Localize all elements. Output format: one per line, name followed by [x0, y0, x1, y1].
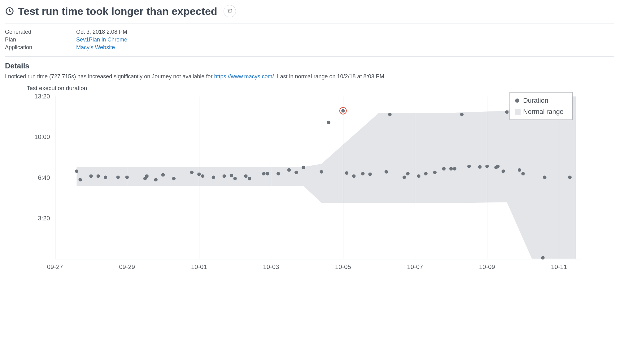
divider [5, 56, 614, 57]
data-point [518, 168, 521, 171]
legend-range-icon [515, 109, 521, 115]
data-point [233, 177, 237, 180]
meta-block: Generated Oct 3, 2018 2:08 PM Plan Sev1P… [5, 29, 614, 56]
chart-container: Test execution duration 13:2010:006:403:… [5, 85, 614, 276]
data-point [145, 174, 149, 178]
page-title: Test run time took longer than expected [18, 5, 217, 17]
data-point [352, 174, 355, 178]
data-point [201, 174, 204, 178]
data-point [541, 256, 544, 259]
data-point [433, 171, 437, 174]
data-point [172, 177, 176, 180]
data-point [568, 176, 572, 179]
details-text: I noticed run time (727.715s) has increa… [5, 73, 614, 80]
data-point [385, 170, 388, 173]
data-point [294, 171, 298, 174]
data-point [97, 174, 100, 178]
generated-label: Generated [5, 29, 76, 35]
application-link[interactable]: Macy's Website [76, 44, 614, 51]
x-tick-label: 10-05 [335, 263, 351, 270]
data-point [327, 121, 330, 124]
data-point [424, 172, 428, 175]
clock-icon [5, 6, 14, 16]
generated-value: Oct 3, 2018 2:08 PM [76, 29, 614, 35]
details-heading: Details [5, 62, 614, 70]
data-point [287, 168, 291, 171]
data-point [368, 172, 372, 176]
data-point [125, 176, 129, 179]
data-point [485, 165, 489, 168]
y-tick-label: 10:00 [34, 133, 50, 140]
y-tick-label: 6:40 [38, 174, 50, 181]
data-point [502, 169, 505, 173]
data-point [388, 113, 391, 116]
data-point [230, 174, 233, 177]
data-point [244, 174, 247, 178]
data-point [154, 178, 158, 181]
data-point [277, 172, 280, 175]
data-point [505, 110, 508, 114]
data-point [104, 176, 107, 179]
data-point [453, 167, 456, 171]
data-point [361, 172, 364, 175]
plan-link[interactable]: Sev1Plan in Chrome [76, 37, 614, 43]
details-link[interactable]: https://www.macys.com/ [214, 73, 274, 80]
data-point [496, 165, 499, 168]
x-tick-label: 10-09 [479, 263, 495, 270]
y-tick-label: 3:20 [38, 215, 50, 222]
data-point [417, 174, 420, 178]
duration-scatter-chart: 13:2010:006:403:2009-2709-2910-0110-0310… [5, 92, 614, 276]
x-tick-label: 10-01 [191, 263, 207, 270]
data-point [467, 165, 471, 168]
data-point [248, 177, 251, 180]
legend-duration-label: Duration [523, 97, 548, 104]
data-point [262, 172, 265, 175]
data-point [116, 176, 120, 179]
x-tick-label: 10-07 [407, 263, 423, 270]
legend-range-label: Normal range [523, 108, 564, 115]
data-point [521, 172, 525, 175]
application-label: Application [5, 44, 76, 51]
data-point [403, 176, 406, 179]
data-point [75, 169, 78, 173]
data-point [406, 172, 409, 175]
archive-button[interactable] [224, 5, 236, 17]
data-point [212, 176, 215, 179]
data-point [543, 176, 546, 179]
data-point [320, 170, 323, 173]
data-point [190, 171, 194, 174]
normal-range-band [76, 96, 575, 259]
data-point [78, 178, 82, 181]
legend-duration-icon [515, 98, 519, 102]
data-point [266, 172, 269, 175]
data-point [197, 172, 201, 176]
details-pre: I noticed run time (727.715s) has increa… [5, 73, 214, 80]
x-tick-label: 09-27 [47, 263, 63, 270]
data-point [460, 113, 464, 116]
chart-title: Test execution duration [27, 85, 614, 92]
archive-icon [227, 8, 232, 14]
data-point [302, 166, 305, 169]
data-point [345, 171, 348, 175]
details-post: . Last in normal range on 10/2/18 at 8:0… [274, 73, 386, 80]
data-point [341, 109, 345, 112]
data-point [161, 173, 165, 176]
data-point [222, 174, 226, 178]
x-tick-label: 10-11 [551, 263, 567, 270]
data-point [89, 174, 93, 178]
x-tick-label: 09-29 [119, 263, 135, 270]
x-tick-label: 10-03 [263, 263, 279, 270]
divider [5, 24, 614, 24]
data-point [449, 167, 453, 171]
plan-label: Plan [5, 37, 76, 43]
y-tick-label: 13:20 [34, 93, 50, 100]
data-point [478, 165, 482, 169]
data-point [442, 167, 446, 171]
